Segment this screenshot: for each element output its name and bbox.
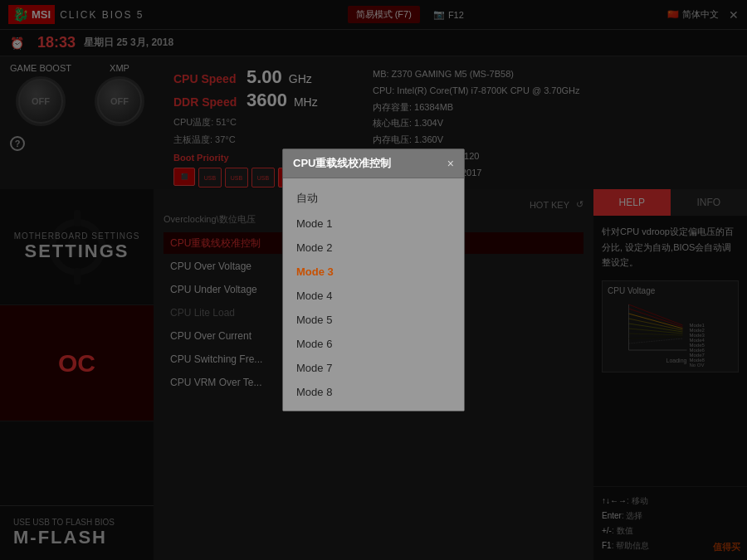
modal-item-mode4[interactable]: Mode 4 (283, 284, 464, 308)
modal-item-mode8[interactable]: Mode 8 (283, 380, 464, 404)
modal-overlay: CPU重载线校准控制 × 自动 Mode 1 Mode 2 Mode 3 Mod… (0, 0, 747, 560)
modal-header: CPU重载线校准控制 × (283, 149, 464, 178)
modal-item-auto[interactable]: 自动 (283, 185, 464, 212)
modal-item-mode1[interactable]: Mode 1 (283, 212, 464, 236)
modal-body: 自动 Mode 1 Mode 2 Mode 3 Mode 4 Mode 5 Mo… (283, 178, 464, 411)
modal-item-mode3[interactable]: Mode 3 (283, 260, 464, 284)
modal-dialog: CPU重载线校准控制 × 自动 Mode 1 Mode 2 Mode 3 Mod… (282, 149, 465, 411)
modal-item-mode2[interactable]: Mode 2 (283, 236, 464, 260)
modal-item-mode5[interactable]: Mode 5 (283, 308, 464, 332)
modal-title: CPU重载线校准控制 (293, 156, 391, 171)
modal-item-mode6[interactable]: Mode 6 (283, 332, 464, 356)
modal-item-mode7[interactable]: Mode 7 (283, 356, 464, 380)
modal-close-button[interactable]: × (447, 157, 454, 170)
